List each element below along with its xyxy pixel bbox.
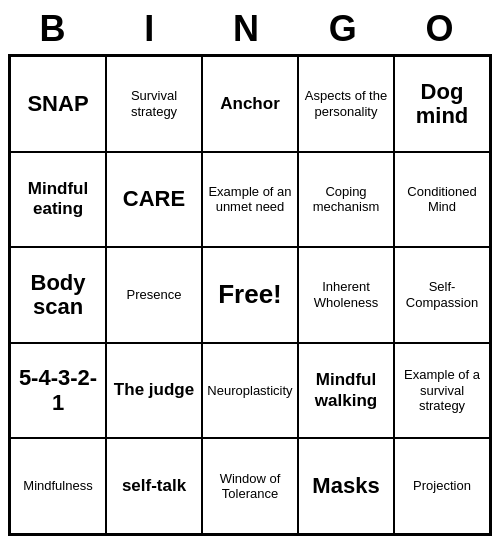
cell-r1-c3: Coping mechanism xyxy=(298,152,394,248)
cell-r0-c1: Survival strategy xyxy=(106,56,202,152)
cell-r4-c0: Mindfulness xyxy=(10,438,106,534)
title-g: G xyxy=(298,8,395,50)
cell-r2-c3: Inherent Wholeness xyxy=(298,247,394,343)
cell-r1-c1: CARE xyxy=(106,152,202,248)
cell-r3-c3: Mindful walking xyxy=(298,343,394,439)
cell-r2-c1: Presence xyxy=(106,247,202,343)
cell-r2-c4: Self-Compassion xyxy=(394,247,490,343)
cell-r4-c4: Projection xyxy=(394,438,490,534)
bingo-title: B I N G O xyxy=(8,8,492,50)
cell-r3-c0: 5-4-3-2-1 xyxy=(10,343,106,439)
cell-r4-c2: Window of Tolerance xyxy=(202,438,298,534)
cell-r0-c3: Aspects of the personality xyxy=(298,56,394,152)
cell-r0-c0: SNAP xyxy=(10,56,106,152)
cell-r2-c0: Body scan xyxy=(10,247,106,343)
cell-r1-c2: Example of an unmet need xyxy=(202,152,298,248)
cell-r4-c1: self-talk xyxy=(106,438,202,534)
title-o: O xyxy=(395,8,492,50)
cell-r2-c2: Free! xyxy=(202,247,298,343)
cell-r1-c4: Conditioned Mind xyxy=(394,152,490,248)
cell-r1-c0: Mindful eating xyxy=(10,152,106,248)
title-i: I xyxy=(105,8,202,50)
cell-r3-c1: The judge xyxy=(106,343,202,439)
cell-r0-c2: Anchor xyxy=(202,56,298,152)
bingo-grid: SNAPSurvival strategyAnchorAspects of th… xyxy=(8,54,492,536)
title-b: B xyxy=(8,8,105,50)
cell-r0-c4: Dog mind xyxy=(394,56,490,152)
title-n: N xyxy=(202,8,299,50)
cell-r3-c4: Example of a survival strategy xyxy=(394,343,490,439)
cell-r3-c2: Neuroplasticity xyxy=(202,343,298,439)
cell-r4-c3: Masks xyxy=(298,438,394,534)
